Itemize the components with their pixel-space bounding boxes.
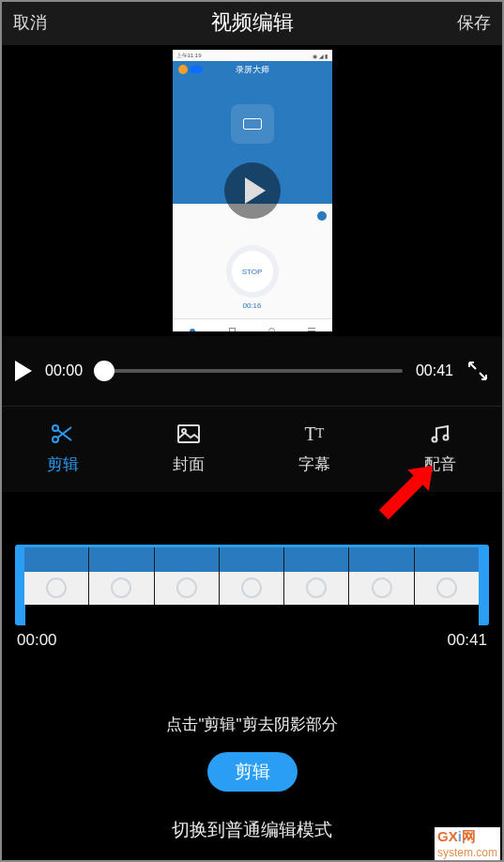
slider-thumb[interactable] bbox=[94, 361, 115, 381]
frame-thumb bbox=[220, 547, 284, 605]
indicator-dot bbox=[317, 211, 327, 221]
nav-circle-icon bbox=[268, 328, 275, 331]
tab-subtitle-label: 字幕 bbox=[298, 454, 330, 475]
tab-cover-label: 封面 bbox=[173, 454, 205, 475]
video-preview: 上午11:19 ◉ ◢ ▮ 录屏大师 STOP 00:16 bbox=[0, 45, 504, 336]
play-button[interactable] bbox=[15, 361, 32, 381]
timeline-track[interactable] bbox=[24, 545, 480, 605]
switch-mode-link[interactable]: 切换到普通编辑模式 bbox=[0, 818, 504, 842]
music-icon bbox=[428, 423, 452, 444]
header-bar: 取消 视频编辑 保存 bbox=[0, 0, 504, 45]
vip-badge bbox=[190, 66, 203, 73]
frame-thumb bbox=[155, 547, 220, 605]
nav-dot-icon bbox=[190, 329, 195, 332]
frame-thumb bbox=[284, 547, 349, 605]
fullscreen-button[interactable] bbox=[466, 360, 489, 382]
phone-nav-bar bbox=[173, 318, 332, 331]
svg-point-4 bbox=[433, 438, 437, 442]
page-title: 视频编辑 bbox=[211, 8, 294, 37]
save-button[interactable]: 保存 bbox=[457, 11, 491, 34]
nav-square-icon bbox=[229, 328, 236, 331]
phone-rec-time: 00:16 bbox=[242, 301, 261, 310]
nav-menu-icon bbox=[308, 328, 315, 331]
stop-button-mock: STOP bbox=[232, 251, 273, 292]
phone-status-bar: 上午11:19 ◉ ◢ ▮ bbox=[173, 50, 332, 61]
phone-status-time: 上午11:19 bbox=[176, 52, 202, 60]
tab-trim[interactable]: 剪辑 bbox=[0, 407, 126, 492]
avatar-icon bbox=[178, 65, 188, 74]
image-icon bbox=[176, 423, 201, 444]
svg-point-0 bbox=[53, 425, 58, 431]
scissors-icon bbox=[51, 423, 75, 444]
frame-thumb bbox=[89, 547, 154, 605]
current-time: 00:00 bbox=[45, 362, 83, 379]
tab-subtitle[interactable]: TT 字幕 bbox=[252, 407, 377, 492]
text-icon: TT bbox=[302, 423, 327, 444]
play-overlay-button[interactable] bbox=[224, 162, 281, 219]
watermark: GXi网 system.com bbox=[435, 827, 500, 860]
tab-trim-label: 剪辑 bbox=[47, 454, 79, 475]
duration-time: 00:41 bbox=[416, 362, 453, 379]
tab-cover[interactable]: 封面 bbox=[126, 407, 252, 492]
timeline-area: 00:00 00:41 bbox=[0, 492, 504, 680]
trim-button[interactable]: 剪辑 bbox=[207, 752, 298, 792]
player-controls: 00:00 00:41 bbox=[0, 336, 504, 406]
trim-handle-right[interactable] bbox=[479, 545, 489, 625]
timeline-labels: 00:00 00:41 bbox=[17, 631, 487, 650]
cancel-button[interactable]: 取消 bbox=[13, 11, 47, 34]
hint-text: 点击"剪辑"剪去阴影部分 bbox=[0, 714, 504, 735]
frame-thumb bbox=[24, 547, 89, 605]
svg-point-5 bbox=[444, 436, 449, 440]
record-button-mock bbox=[231, 104, 274, 144]
phone-status-icons: ◉ ◢ ▮ bbox=[313, 53, 328, 59]
frame-thumb bbox=[349, 547, 414, 605]
frame-thumb bbox=[415, 547, 480, 605]
phone-title-bar: 录屏大师 bbox=[173, 61, 332, 78]
timeline-end: 00:41 bbox=[447, 631, 487, 650]
progress-slider[interactable] bbox=[96, 369, 403, 373]
phone-app-title: 录屏大师 bbox=[236, 64, 269, 76]
phone-app-bottom: STOP 00:16 bbox=[173, 204, 332, 331]
timeline-start: 00:00 bbox=[17, 631, 57, 650]
timeline-frames bbox=[24, 547, 480, 605]
svg-point-1 bbox=[53, 437, 58, 442]
svg-rect-2 bbox=[178, 425, 199, 442]
